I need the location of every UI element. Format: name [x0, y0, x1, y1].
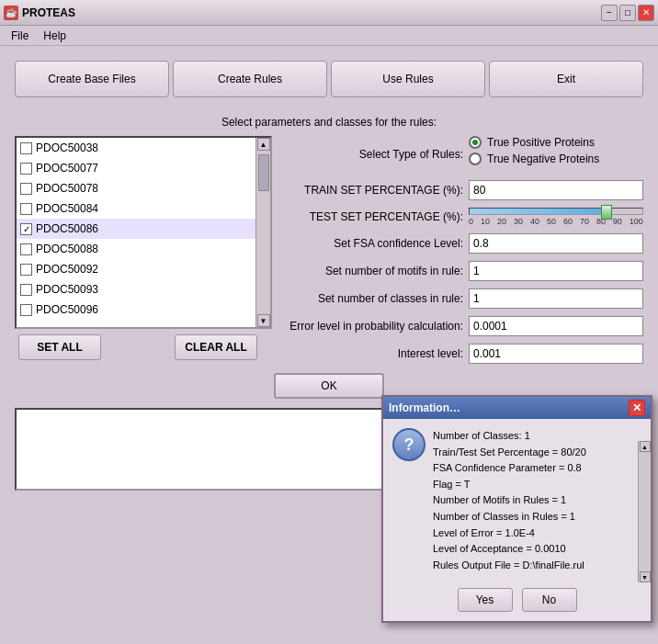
toolbar: Create Base Files Create Rules Use Rules…	[7, 53, 651, 105]
list-scrollbar[interactable]: ▲ ▼	[255, 138, 270, 327]
rule-type-label: Select Type of Rules:	[279, 148, 463, 161]
list-item[interactable]: PDOC50092	[17, 259, 255, 279]
list-item[interactable]: PDOC50078	[17, 178, 255, 198]
slider-track[interactable]	[469, 208, 643, 215]
dialog-content: ? Number of Classes: 1Train/Test Set Per…	[383, 419, 651, 582]
dialog-icon: ?	[392, 428, 425, 461]
radio-true-negative-btn[interactable]	[469, 153, 482, 165]
window-title: PROTEAS	[22, 6, 75, 19]
list-item-label: PDOC50088	[36, 243, 98, 255]
create-base-files-button[interactable]: Create Base Files	[15, 61, 169, 97]
motifs-label: Set number of motifs in rule:	[279, 265, 463, 277]
maximize-button[interactable]: □	[619, 5, 636, 21]
scroll-thumb[interactable]	[258, 154, 269, 191]
list-item[interactable]: PDOC50088	[17, 239, 255, 259]
list-item[interactable]: PDOC50077	[17, 158, 255, 178]
dialog-line: Flag = T	[433, 477, 586, 493]
dialog-line: Train/Test Set Percentage = 80/20	[433, 445, 586, 461]
information-dialog: Information… ✕ ? Number of Classes: 1Tra…	[381, 395, 652, 623]
ok-button[interactable]: OK	[274, 373, 384, 399]
list-item-label: PDOC50092	[36, 263, 98, 276]
list-item[interactable]: PDOC50096	[17, 299, 255, 320]
list-item-checkbox[interactable]	[20, 142, 32, 154]
classes-input[interactable]	[469, 288, 643, 309]
class-list[interactable]: PDOC50038PDOC50077PDOC50078PDOC50084✓PDO…	[15, 136, 272, 329]
list-item-checkbox[interactable]	[20, 284, 32, 296]
dialog-scroll-down[interactable]: ▼	[640, 571, 651, 582]
fsa-input[interactable]	[469, 233, 643, 254]
dialog-close-button[interactable]: ✕	[629, 400, 645, 416]
dialog-line: Number of Classes: 1	[433, 428, 586, 445]
lower-area: PDOC50038PDOC50077PDOC50078PDOC50084✓PDO…	[7, 136, 651, 367]
section-title: Select parameters and classes for the ru…	[7, 116, 651, 129]
test-set-row: TEST SET PERCENTAGE (%): 0 10 20 30 40	[279, 208, 643, 226]
dialog-line: Rules Output File = D:\finalFile.rul	[433, 558, 586, 574]
train-set-row: TRAIN SET PERCENTAGE (%):	[279, 180, 643, 200]
radio-true-positive-label: True Positive Proteins	[487, 136, 595, 149]
dialog-titlebar: Information… ✕	[383, 397, 651, 419]
exit-button[interactable]: Exit	[489, 61, 643, 97]
slider-labels: 0 10 20 30 40 50 60 70 80 90 100	[469, 217, 643, 226]
classes-label: Set number of classes in rule:	[279, 292, 463, 305]
list-item[interactable]: PDOC50084	[17, 198, 255, 219]
list-item[interactable]: PDOC50038	[17, 138, 255, 158]
create-rules-button[interactable]: Create Rules	[173, 61, 327, 97]
train-set-input[interactable]	[469, 180, 643, 200]
app-icon: ☕	[4, 6, 18, 20]
list-item-checkbox[interactable]	[20, 203, 32, 215]
list-item[interactable]: PDOC50093	[17, 279, 255, 299]
list-item-label: PDOC50084	[36, 202, 98, 215]
radio-true-positive-btn[interactable]	[469, 136, 482, 149]
window-controls: − □ ✕	[601, 5, 654, 21]
scroll-up[interactable]: ▲	[257, 138, 270, 151]
list-item-checkbox[interactable]	[20, 243, 32, 255]
test-set-slider[interactable]: 0 10 20 30 40 50 60 70 80 90 100	[469, 208, 643, 226]
error-input[interactable]	[469, 316, 643, 336]
dialog-line: Number of Classes in Rules = 1	[433, 509, 586, 525]
clear-all-button[interactable]: CLEAR ALL	[175, 334, 257, 360]
menu-help[interactable]: Help	[36, 28, 74, 44]
menu-file[interactable]: File	[4, 28, 36, 44]
list-button-row: SET ALL CLEAR ALL	[15, 334, 272, 360]
right-panel: Select Type of Rules: True Positive Prot…	[279, 136, 643, 367]
params-form: Select Type of Rules: True Positive Prot…	[279, 136, 643, 367]
radio-true-positive[interactable]: True Positive Proteins	[469, 136, 599, 149]
dialog-title: Information…	[389, 401, 460, 414]
motifs-input[interactable]	[469, 261, 643, 281]
dialog-buttons: Yes No	[383, 582, 651, 621]
motifs-row: Set number of motifs in rule:	[279, 261, 643, 281]
list-item-checkbox[interactable]: ✓	[20, 223, 32, 235]
radio-true-negative[interactable]: True Negative Proteins	[469, 153, 599, 165]
list-item-label: PDOC50078	[36, 182, 98, 195]
list-item-label: PDOC50077	[36, 162, 98, 175]
dialog-scrollbar[interactable]: ▲ ▼	[638, 441, 651, 582]
no-button[interactable]: No	[522, 588, 577, 612]
dialog-scroll-up[interactable]: ▲	[640, 441, 651, 452]
list-item-label: PDOC50038	[36, 141, 98, 154]
fsa-row: Set FSA confidence Level:	[279, 233, 643, 254]
use-rules-button[interactable]: Use Rules	[331, 61, 485, 97]
radio-true-negative-label: True Negative Proteins	[487, 153, 599, 165]
scroll-down[interactable]: ▼	[257, 314, 270, 327]
dialog-line: Level of Acceptance = 0.0010	[433, 541, 586, 558]
set-all-button[interactable]: SET ALL	[18, 334, 101, 360]
left-panel: PDOC50038PDOC50077PDOC50078PDOC50084✓PDO…	[15, 136, 272, 367]
slider-thumb[interactable]	[601, 205, 612, 220]
list-item-checkbox[interactable]	[20, 163, 32, 175]
interest-row: Interest level:	[279, 344, 643, 364]
list-item[interactable]: ✓PDOC50086	[17, 219, 255, 239]
rule-type-row: Select Type of Rules: True Positive Prot…	[279, 136, 643, 173]
menubar: File Help	[0, 26, 658, 46]
close-button[interactable]: ✕	[638, 5, 654, 21]
minimize-button[interactable]: −	[601, 5, 618, 21]
interest-input[interactable]	[469, 344, 643, 364]
error-label: Error level in probability calculation:	[279, 320, 463, 333]
radio-group: True Positive Proteins True Negative Pro…	[469, 136, 599, 165]
yes-button[interactable]: Yes	[458, 588, 513, 612]
list-item-checkbox[interactable]	[20, 304, 32, 316]
dialog-line: FSA Confidence Parameter = 0.8	[433, 460, 586, 477]
dialog-text: Number of Classes: 1Train/Test Set Perce…	[433, 428, 586, 573]
list-item-checkbox[interactable]	[20, 183, 32, 195]
list-item-checkbox[interactable]	[20, 264, 32, 276]
list-item-label: PDOC50096	[36, 303, 98, 316]
